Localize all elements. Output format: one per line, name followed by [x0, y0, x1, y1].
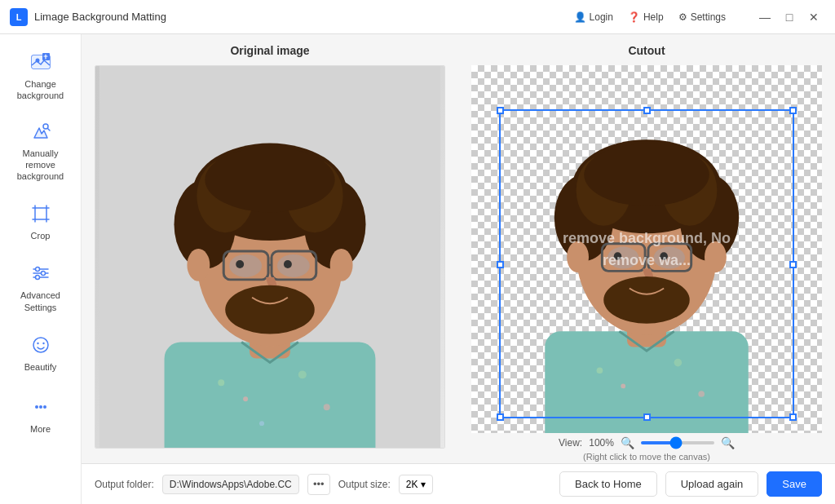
svg-point-24 [35, 405, 38, 409]
svg-point-50 [298, 370, 307, 378]
output-folder-input[interactable] [162, 475, 299, 494]
svg-point-64 [705, 241, 727, 272]
svg-point-63 [567, 241, 589, 272]
dropdown-arrow-icon: ▾ [421, 479, 426, 490]
settings-button[interactable]: ⚙ Settings [678, 11, 726, 23]
zoom-out-icon[interactable]: 🔍 [621, 436, 634, 449]
change-background-label: Change background [7, 78, 74, 102]
svg-point-23 [42, 343, 44, 344]
svg-point-71 [660, 252, 668, 260]
svg-point-44 [277, 254, 310, 277]
window-controls: — □ ✕ [753, 6, 825, 29]
svg-point-62 [584, 144, 709, 206]
advanced-settings-label: Advanced Settings [7, 290, 74, 313]
zoom-bar: View: 100% 🔍 🔍 [559, 433, 735, 451]
main-content: Change background Manually remove backgr… [0, 34, 835, 504]
user-icon: 👤 [574, 11, 586, 23]
canvas-area: Original image [82, 34, 835, 504]
svg-point-43 [229, 254, 262, 277]
sidebar-item-beautify[interactable]: Beautify [4, 323, 77, 382]
back-to-home-button[interactable]: Back to Home [559, 471, 657, 497]
svg-line-5 [47, 128, 50, 130]
upload-again-button[interactable]: Upload again [665, 471, 759, 497]
advanced-settings-icon [28, 260, 54, 286]
more-icon [28, 394, 54, 420]
zoom-value: 100% [589, 437, 614, 449]
titlebar-actions: 👤 Login ❓ Help ⚙ Settings — □ ✕ [574, 6, 825, 29]
zoom-slider[interactable] [641, 441, 714, 444]
svg-point-21 [33, 338, 48, 352]
bottom-bar: Output folder: ••• Output size: 2K ▾ Bac… [82, 463, 835, 504]
svg-point-46 [284, 260, 292, 268]
cutout-panel-title: Cutout [628, 44, 665, 57]
maximize-button[interactable]: □ [778, 6, 801, 29]
original-image-container [95, 65, 445, 449]
manually-remove-icon [28, 118, 54, 144]
svg-point-26 [43, 405, 46, 409]
minimize-button[interactable]: — [753, 6, 776, 29]
svg-point-73 [597, 367, 603, 374]
svg-point-74 [621, 384, 625, 389]
sidebar-item-more[interactable]: More [4, 385, 77, 444]
help-icon: ❓ [628, 11, 640, 23]
sidebar: Change background Manually remove backgr… [0, 34, 82, 504]
sidebar-item-change-background[interactable]: Change background [4, 42, 77, 108]
zoom-in-icon[interactable]: 🔍 [721, 436, 735, 449]
save-button[interactable]: Save [767, 471, 822, 497]
svg-point-69 [654, 247, 685, 269]
more-label: More [30, 423, 51, 435]
app-title: Limage Background Matting [34, 11, 574, 23]
svg-rect-6 [35, 208, 46, 219]
original-panel-title: Original image [230, 44, 309, 57]
svg-point-72 [603, 276, 690, 324]
login-button[interactable]: 👤 Login [574, 11, 613, 23]
original-image [95, 66, 444, 448]
sidebar-item-advanced-settings[interactable]: Advanced Settings [4, 254, 77, 320]
svg-point-39 [330, 249, 353, 281]
svg-point-18 [35, 267, 39, 272]
svg-point-22 [37, 343, 38, 344]
svg-point-45 [236, 260, 244, 268]
panels-row: Original image [82, 34, 835, 463]
help-button[interactable]: ❓ Help [628, 11, 664, 23]
original-image-panel: Original image [82, 34, 458, 463]
gear-icon: ⚙ [678, 11, 687, 23]
svg-point-52 [259, 421, 264, 426]
titlebar: L Limage Background Matting 👤 Login ❓ He… [0, 0, 835, 34]
cutout-checker-background: remove background, No remove wa... [471, 65, 822, 433]
svg-point-48 [218, 379, 224, 386]
app-logo: L [10, 8, 28, 26]
output-size-select[interactable]: 2K ▾ [399, 475, 434, 494]
sidebar-item-manually-remove[interactable]: Manually remove background [4, 112, 77, 189]
output-folder-more-button[interactable]: ••• [307, 474, 330, 495]
manually-remove-label: Manually remove background [7, 148, 74, 183]
cutout-container: remove background, No remove wa... [471, 65, 822, 433]
svg-point-70 [614, 252, 622, 260]
crop-label: Crop [31, 230, 51, 241]
sidebar-item-crop[interactable]: Crop [4, 192, 77, 250]
crop-icon [28, 201, 54, 227]
svg-point-25 [39, 405, 42, 409]
svg-point-47 [225, 285, 315, 334]
svg-point-76 [698, 391, 705, 397]
svg-point-19 [41, 272, 45, 276]
svg-point-20 [35, 276, 39, 280]
output-size-label: Output size: [338, 479, 391, 490]
svg-point-68 [607, 247, 638, 269]
svg-point-37 [205, 148, 334, 213]
output-folder-label: Output folder: [95, 479, 154, 490]
svg-point-49 [243, 396, 248, 401]
zoom-label: View: [559, 437, 582, 449]
svg-point-51 [324, 404, 330, 410]
change-background-icon [28, 49, 54, 75]
svg-point-38 [187, 249, 210, 281]
svg-point-75 [674, 359, 683, 367]
beautify-label: Beautify [24, 361, 57, 373]
cutout-panel: Cutout [458, 34, 835, 463]
close-button[interactable]: ✕ [802, 6, 825, 29]
beautify-icon [28, 332, 54, 358]
zoom-hint: (Right click to move the canvas) [583, 452, 710, 462]
